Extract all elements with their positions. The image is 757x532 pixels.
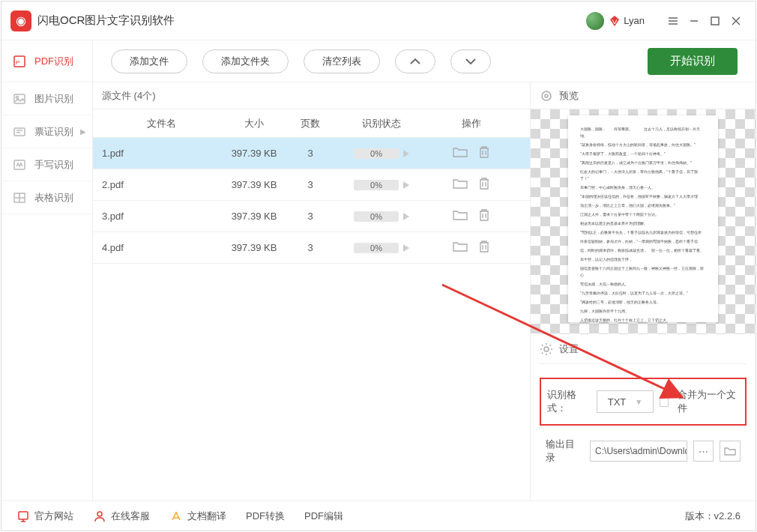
move-down-button[interactable] — [450, 49, 491, 73]
cell-pages: 3 — [288, 148, 333, 159]
output-path-field[interactable]: C:\Users\admin\Downlo — [590, 441, 687, 462]
merge-checkbox[interactable] — [660, 396, 669, 407]
delete-icon[interactable] — [478, 208, 490, 224]
svg-text:P: P — [16, 59, 19, 66]
footer-doctrans[interactable]: 文档翻译 — [169, 510, 226, 523]
table-row[interactable]: 4.pdf397.39 KB30% — [93, 232, 530, 264]
table-row[interactable]: 3.pdf397.39 KB30% — [93, 201, 530, 232]
play-icon[interactable] — [403, 244, 409, 252]
pdf-icon: P — [12, 55, 27, 68]
footer-pdfedit[interactable]: PDF编辑 — [304, 510, 343, 523]
sidebar-item-table[interactable]: 表格识别 — [1, 181, 92, 214]
right-pane: 预览 大国医，国医， 何等尊荣。 过去十几人，足以称领开创一片天地。 "就算身份… — [531, 82, 756, 501]
move-up-button[interactable] — [395, 49, 435, 73]
table-row[interactable]: 2.pdf397.39 KB30% — [93, 169, 530, 201]
app-title: 闪电OCR图片文字识别软件 — [37, 13, 175, 28]
username-label[interactable]: Lyan — [624, 15, 645, 26]
svg-point-24 — [97, 512, 102, 516]
table-header: 文件名 大小 页数 识别状态 操作 — [93, 109, 530, 138]
preview-title: 预览 — [559, 89, 579, 103]
open-folder-icon[interactable] — [453, 146, 468, 160]
preview-page: 大国医，国医， 何等尊荣。 过去十几人，足以称领开创一片天地。 "就算身份特殊，… — [568, 115, 718, 322]
cell-name: 4.pdf — [93, 242, 220, 253]
cell-pages: 3 — [288, 179, 333, 190]
settings-title: 设置 — [559, 342, 579, 356]
delete-icon[interactable] — [478, 145, 490, 161]
open-folder-icon[interactable] — [453, 209, 468, 223]
add-folder-button[interactable]: 添加文件夹 — [202, 49, 289, 73]
col-pages: 页数 — [288, 117, 333, 130]
col-name: 文件名 — [93, 117, 220, 130]
sidebar-item-ticket[interactable]: 票证识别 ▶ — [1, 115, 92, 148]
footer: 官方网站 在线客服 文档翻译 PDF转换 PDF编辑 版本：v2.2.6 — [1, 501, 756, 531]
file-list-panel: 源文件 (4个) 文件名 大小 页数 识别状态 操作 1.pdf397.39 K… — [93, 82, 531, 501]
cell-status: 0% — [333, 148, 430, 159]
toolbar: 添加文件 添加文件夹 清空列表 开始识别 — [93, 40, 756, 82]
cell-pages: 3 — [288, 211, 333, 222]
menu-button[interactable] — [663, 10, 684, 31]
avatar[interactable] — [586, 12, 604, 30]
clear-list-button[interactable]: 清空列表 — [304, 49, 380, 73]
file-list-count: 源文件 (4个) — [93, 82, 530, 109]
play-icon[interactable] — [403, 181, 409, 189]
footer-site[interactable]: 官方网站 — [16, 510, 73, 523]
svg-rect-11 — [14, 128, 25, 136]
sidebar-item-label: 票证识别 — [34, 125, 73, 139]
output-label: 输出目录 — [546, 438, 584, 465]
add-file-button[interactable]: 添加文件 — [111, 49, 187, 73]
open-folder-button[interactable] — [720, 441, 741, 462]
sidebar-item-label: 表格识别 — [34, 191, 73, 205]
format-label: 识别格式： — [547, 388, 591, 415]
handwriting-icon — [12, 158, 27, 172]
table-row[interactable]: 1.pdf397.39 KB30% — [93, 138, 530, 169]
sidebar-item-image[interactable]: 图片识别 — [1, 82, 92, 115]
start-recognize-button[interactable]: 开始识别 — [648, 48, 738, 75]
version-label: 版本：v2.2.6 — [685, 510, 741, 523]
cell-size: 397.39 KB — [220, 242, 288, 253]
maximize-button[interactable] — [705, 10, 726, 31]
cell-status: 0% — [333, 180, 430, 190]
sidebar-item-pdf[interactable]: P PDF识别 — [1, 40, 92, 82]
preview-header: 预览 — [531, 82, 756, 109]
app-logo: ◉ — [10, 10, 31, 31]
col-status: 识别状态 — [333, 117, 430, 130]
footer-pdfconv[interactable]: PDF转换 — [246, 510, 285, 523]
col-size: 大小 — [220, 117, 288, 130]
svg-point-18 — [542, 91, 551, 100]
sidebar-item-label: 手写识别 — [34, 158, 73, 172]
merge-label: 合并为一个文件 — [678, 388, 739, 415]
cell-status: 0% — [333, 243, 430, 253]
sidebar-item-label: PDF识别 — [34, 55, 73, 68]
vip-icon — [609, 15, 621, 27]
svg-rect-4 — [711, 17, 719, 25]
preview-area: 大国医，国医， 何等尊荣。 过去十几人，足以称领开创一片天地。 "就算身份特殊，… — [531, 109, 756, 334]
sidebar-item-label: 图片识别 — [34, 92, 73, 106]
cell-size: 397.39 KB — [220, 211, 288, 222]
footer-support[interactable]: 在线客服 — [93, 510, 150, 523]
format-row-highlight: 识别格式： TXT ▼ 合并为一个文件 — [540, 378, 747, 426]
open-folder-icon[interactable] — [453, 178, 468, 192]
cell-size: 397.39 KB — [220, 179, 288, 190]
cell-status: 0% — [333, 211, 430, 222]
open-folder-icon[interactable] — [453, 241, 468, 255]
format-value: TXT — [608, 396, 627, 408]
play-icon[interactable] — [403, 213, 409, 220]
sidebar-item-handwriting[interactable]: 手写识别 — [1, 148, 92, 181]
cell-size: 397.39 KB — [220, 148, 288, 159]
svg-point-20 — [544, 347, 549, 351]
settings-header: 设置 — [540, 334, 747, 364]
svg-point-19 — [545, 94, 548, 97]
play-icon[interactable] — [403, 150, 409, 157]
cell-name: 1.pdf — [93, 148, 220, 159]
format-select[interactable]: TXT ▼ — [597, 390, 653, 413]
col-ops: 操作 — [430, 117, 513, 130]
delete-icon[interactable] — [478, 177, 490, 193]
caret-down-icon: ▼ — [635, 398, 642, 406]
close-button[interactable] — [726, 10, 747, 31]
delete-icon[interactable] — [478, 240, 490, 256]
cell-pages: 3 — [288, 242, 333, 253]
minimize-button[interactable] — [684, 10, 705, 31]
browse-button[interactable]: ⋯ — [693, 441, 714, 462]
table-icon — [12, 191, 27, 205]
svg-rect-14 — [14, 160, 25, 169]
